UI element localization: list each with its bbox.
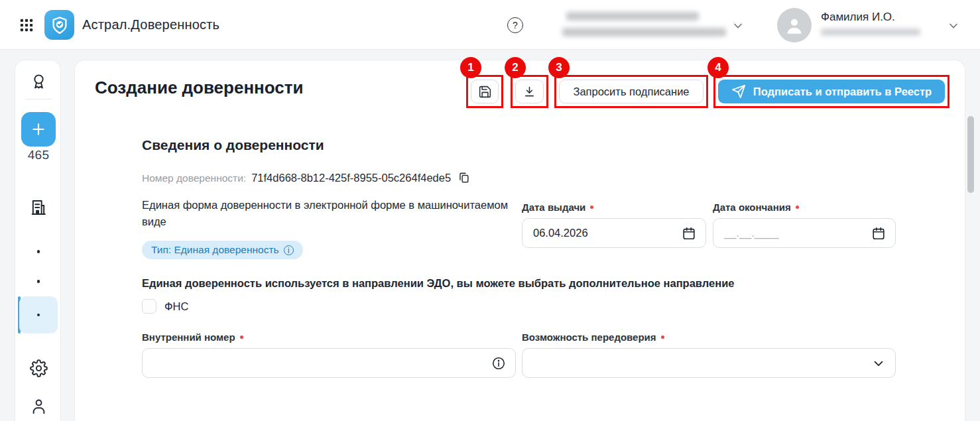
info-icon[interactable]: i: [284, 245, 294, 255]
redelegation-select[interactable]: [522, 348, 896, 378]
poa-type-chip-label: Тип: Единая доверенность: [151, 244, 279, 256]
annotation-badge-4: 4: [707, 57, 729, 78]
request-signing-label: Запросить подписание: [573, 86, 689, 98]
sidebar-item-active-dot[interactable]: [19, 296, 58, 333]
sidebar-divider: [25, 99, 52, 99]
organization-details-redacted: [562, 28, 726, 36]
end-date-field[interactable]: [713, 218, 896, 248]
user-menu-chevron-down-icon[interactable]: [947, 19, 960, 32]
calendar-icon[interactable]: [871, 226, 886, 241]
sidebar-counter: 465: [15, 148, 62, 162]
user-name: Фамилия И.О.: [821, 11, 895, 24]
fns-checkbox[interactable]: [142, 299, 156, 314]
poa-form-description: Единая форма доверенности в электронной …: [142, 197, 526, 230]
top-header: Астрал.Доверенность ? Фамилия И.О.: [0, 0, 980, 50]
app-title: Астрал.Доверенность: [82, 0, 219, 50]
sidebar-item-profile[interactable]: [15, 397, 62, 415]
send-icon: [731, 84, 746, 99]
end-date-input[interactable]: [724, 227, 871, 239]
copy-icon[interactable]: [458, 172, 470, 184]
annotation-badge-1: 1: [460, 57, 481, 78]
section-title: Сведения о доверенности: [142, 137, 324, 153]
person-icon: [30, 397, 48, 415]
request-signing-button[interactable]: Запросить подписание: [559, 80, 704, 103]
issue-date-label: Дата выдачи: [522, 202, 593, 213]
dot-icon: [37, 280, 40, 283]
sidebar-item-settings[interactable]: [15, 359, 62, 377]
annotation-box-download: [511, 75, 548, 108]
fns-checkbox-label: ФНС: [164, 300, 188, 313]
calendar-icon[interactable]: [682, 226, 696, 241]
dot-icon: [37, 250, 40, 253]
sidebar-item-dot-1[interactable]: [15, 250, 62, 253]
internal-number-input[interactable]: [153, 357, 491, 369]
app-logo-shield-icon: [44, 10, 74, 40]
poa-number-value: 71f4d668-8b12-425f-8955-05c264f4ede5: [251, 172, 451, 184]
required-dot: [240, 335, 243, 339]
floppy-disk-icon: [478, 85, 492, 99]
internal-number-label: Внутренний номер: [142, 331, 243, 343]
annotation-badge-3: 3: [548, 57, 570, 78]
sidebar-item-dot-2[interactable]: [15, 280, 62, 283]
sidebar-item-organizations[interactable]: [15, 198, 62, 217]
poa-number-label: Номер доверенности:: [142, 172, 246, 184]
annotation-badge-2: 2: [505, 57, 526, 78]
edo-direction-note: Единая доверенность используется в напра…: [142, 277, 735, 290]
gear-icon: [30, 359, 48, 377]
poa-number-row: Номер доверенности: 71f4d668-8b12-425f-8…: [142, 172, 470, 184]
main-content-card: Создание доверенности 1 2 3 4 Запросить …: [74, 60, 965, 421]
user-avatar[interactable]: [777, 8, 812, 42]
annotation-box-request-signing: Запросить подписание: [554, 75, 708, 108]
organization-name-redacted: [566, 12, 699, 21]
info-circle-icon[interactable]: [491, 356, 506, 371]
redelegation-label: Возможность передоверия: [522, 331, 664, 343]
save-button[interactable]: [471, 80, 499, 103]
issue-date-input[interactable]: [533, 227, 682, 239]
redelegation-select-value[interactable]: [533, 357, 871, 369]
poa-type-chip: Тип: Единая доверенность i: [142, 241, 303, 259]
user-email-redacted: [821, 29, 920, 36]
create-power-of-attorney-button[interactable]: [21, 112, 56, 147]
vertical-scrollbar[interactable]: [967, 116, 974, 193]
building-icon: [29, 198, 48, 217]
required-dot: [661, 335, 664, 339]
app-grid-icon[interactable]: [20, 19, 33, 32]
dot-icon: [37, 314, 40, 317]
annotation-box-sign-send: Подписать и отправить в Реестр: [713, 75, 949, 108]
award-icon: [30, 73, 48, 91]
sign-and-send-label: Подписать и отправить в Реестр: [753, 86, 932, 98]
page-title: Создание доверенности: [95, 78, 304, 98]
internal-number-field[interactable]: [142, 348, 516, 378]
annotation-box-save: [466, 75, 503, 108]
issue-date-field[interactable]: [522, 218, 706, 248]
organization-chevron-down-icon[interactable]: [731, 19, 745, 32]
download-button[interactable]: [515, 80, 544, 103]
end-date-label: Дата окончания: [713, 202, 799, 213]
chevron-down-icon: [871, 356, 886, 371]
download-icon: [522, 85, 536, 99]
fns-checkbox-row[interactable]: ФНС: [142, 299, 188, 314]
help-icon[interactable]: ?: [507, 17, 523, 33]
required-dot: [796, 206, 799, 209]
plus-icon: [30, 121, 47, 138]
sign-and-send-button[interactable]: Подписать и отправить в Реестр: [718, 80, 945, 103]
sidebar-item-certificates[interactable]: [15, 73, 62, 91]
required-dot: [590, 206, 593, 209]
left-sidebar: 465: [15, 60, 61, 421]
